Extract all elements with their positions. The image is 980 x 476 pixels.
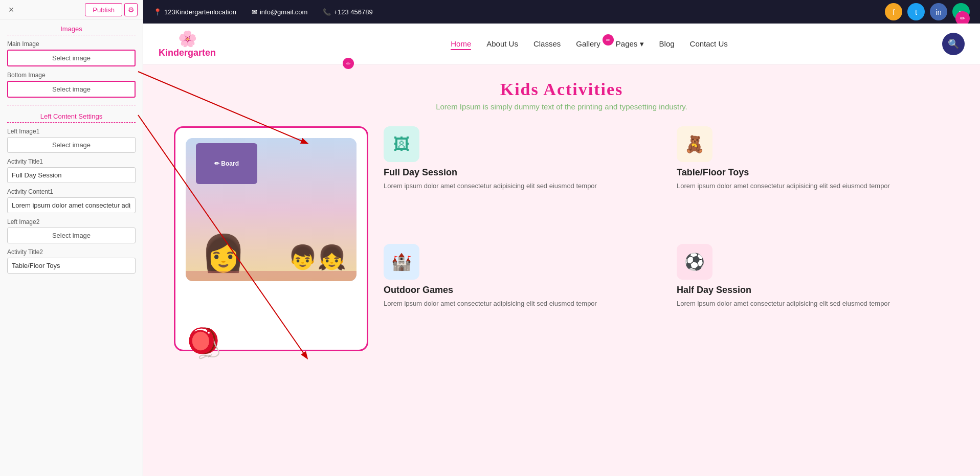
nav-home[interactable]: Home: [451, 39, 471, 48]
phone-icon: 📞: [323, 8, 331, 16]
teddy-bear-icon: 🧸: [684, 134, 705, 154]
activity-desc-2: Lorem ipsum dolor amet consectetur adipi…: [677, 181, 949, 191]
toys-icon-box: 🧸: [677, 126, 712, 162]
gear-button[interactable]: ⚙: [124, 3, 138, 16]
activity-title-4: Half Day Session: [677, 285, 949, 296]
logo-garten: garten: [188, 48, 216, 58]
location-icon: 📍: [153, 8, 162, 16]
bottom-image-label: Bottom Image: [7, 72, 136, 79]
hero-section: Kids Activities Lorem Ipsum is simply du…: [143, 64, 980, 476]
logo-text: Kindergarten: [159, 48, 216, 58]
nav-about[interactable]: About Us: [486, 39, 518, 48]
activity-item-3: 🏰 Outdoor Games Lorem ipsum dolor amet c…: [384, 244, 656, 351]
left-image-card: ✏ Board 👩 👦👧 🪀: [174, 126, 368, 351]
bottom-image-select-button[interactable]: Select image: [7, 81, 136, 98]
images-section-title: Images: [7, 25, 136, 35]
instagram-button[interactable]: in: [930, 3, 947, 20]
activity-title-1: Full Day Session: [384, 167, 656, 178]
hero-subtitle: Lorem Ipsum is simply dummy text of the …: [174, 102, 949, 111]
panel-divider-1: [7, 105, 136, 105]
logo-area: 🌸 Kindergarten: [159, 30, 216, 58]
logo-flower-icon: 🌸: [178, 30, 197, 48]
activity-content1-input[interactable]: [7, 197, 136, 213]
close-button[interactable]: ×: [5, 4, 17, 16]
activity-item-2: 🧸 Table/Floor Toys Lorem ipsum dolor ame…: [677, 126, 949, 234]
left-panel: × Publish ⚙ Images Main Image Select ima…: [0, 0, 143, 476]
home-edit-button[interactable]: ✏: [343, 58, 354, 69]
abc-board-icon: 🖼: [393, 135, 410, 154]
soccer-ball-icon: ⚽: [684, 252, 705, 271]
twitter-button[interactable]: t: [907, 3, 925, 20]
outdoor-icon-box: 🏰: [384, 244, 419, 280]
activity-item-4: ⚽ Half Day Session Lorem ipsum dolor ame…: [677, 244, 949, 351]
topbar-location: 📍 123Kindergartenlocation: [153, 8, 236, 16]
main-content: 📍 123Kindergartenlocation ✉ info@gmail.c…: [143, 0, 980, 476]
left-image2-select-button[interactable]: Select image: [7, 228, 136, 243]
topbar-email-text: info@gmail.com: [260, 8, 307, 16]
activities-grid: ✏ Board 👩 👦👧 🪀: [174, 126, 949, 351]
activity-content1-label: Activity Content1: [7, 188, 136, 195]
main-image-label: Main Image: [7, 40, 136, 48]
email-icon: ✉: [252, 8, 257, 16]
panel-scroll: Images Main Image Select image Bottom Im…: [0, 20, 143, 476]
nav-gallery[interactable]: Gallery ✏: [576, 39, 600, 48]
activity-title-2: Table/Floor Toys: [677, 167, 949, 178]
hero-title: Kids Activities: [174, 80, 949, 99]
activity-desc-1: Lorem ipsum dolor amet consectetur adipi…: [384, 181, 656, 191]
nav-contact[interactable]: Contact Us: [690, 39, 728, 48]
activity-item-1: 🖼 Full Day Session Lorem ipsum dolor ame…: [384, 126, 656, 234]
halfday-icon-box: ⚽: [677, 244, 712, 280]
main-image-select-button[interactable]: Select image: [7, 50, 136, 66]
activity-title1-label: Activity Title1: [7, 158, 136, 165]
nav-pages[interactable]: Pages: [616, 39, 644, 49]
classroom-photo: ✏ Board 👩 👦👧: [186, 138, 357, 281]
nav-blog[interactable]: Blog: [659, 39, 675, 48]
logo-kinder: Kinder: [159, 48, 188, 58]
panel-top-bar: × Publish ⚙: [0, 0, 143, 20]
left-image1-label: Left Image1: [7, 128, 136, 135]
activity-title-3: Outdoor Games: [384, 285, 656, 296]
topbar-phone-text: +123 456789: [333, 8, 372, 16]
left-image1-select-button[interactable]: Select image: [7, 137, 136, 153]
left-content-section-title: Left Content Settings: [7, 112, 136, 123]
activity-title1-input[interactable]: [7, 167, 136, 183]
activity-title2-input[interactable]: [7, 258, 136, 274]
topbar: 📍 123Kindergartenlocation ✉ info@gmail.c…: [143, 0, 980, 24]
nav-links: Home About Us Classes Gallery ✏ Pages Bl…: [236, 39, 942, 49]
topbar-phone: 📞 +123 456789: [323, 8, 372, 16]
activity-desc-4: Lorem ipsum dolor amet consectetur adipi…: [677, 299, 949, 309]
activity-desc-3: Lorem ipsum dolor amet consectetur adipi…: [384, 299, 656, 309]
activities-right: 🖼 Full Day Session Lorem ipsum dolor ame…: [384, 126, 949, 351]
activity-title2-label: Activity Title2: [7, 248, 136, 256]
nav-classes[interactable]: Classes: [533, 39, 561, 48]
gallery-edit-button[interactable]: ✏: [603, 34, 614, 46]
topbar-email: ✉ info@gmail.com: [252, 8, 307, 16]
topbar-location-text: 123Kindergartenlocation: [164, 8, 236, 16]
facebook-button[interactable]: f: [885, 3, 902, 20]
toy-image: 🪀: [186, 326, 221, 360]
navbar: 🌸 Kindergarten Home About Us Classes Gal…: [143, 24, 980, 64]
full-day-icon-box: 🖼: [384, 126, 419, 162]
playground-icon: 🏰: [391, 252, 412, 271]
left-image2-label: Left Image2: [7, 218, 136, 225]
search-button[interactable]: 🔍: [942, 33, 965, 55]
publish-button[interactable]: Publish: [85, 3, 122, 16]
